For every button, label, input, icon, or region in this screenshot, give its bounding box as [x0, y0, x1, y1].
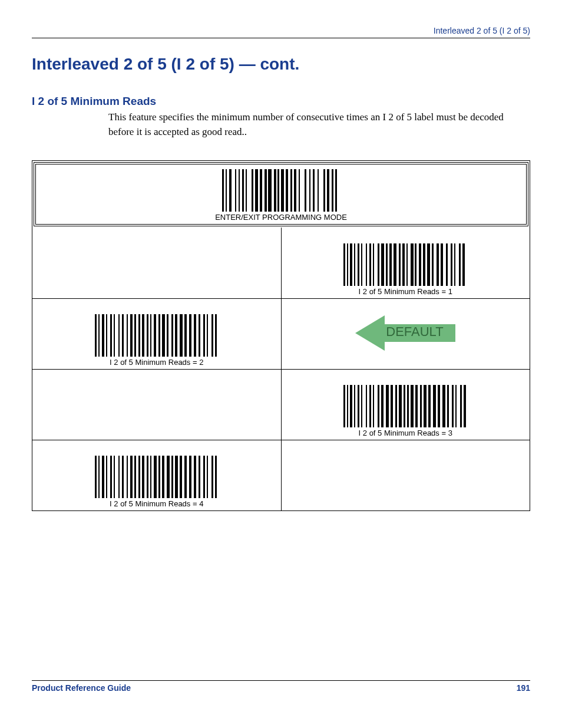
svg-rect-113 — [447, 385, 449, 427]
svg-rect-59 — [102, 314, 104, 357]
svg-rect-107 — [420, 385, 422, 427]
svg-rect-61 — [110, 314, 112, 357]
svg-rect-104 — [407, 385, 409, 427]
svg-rect-77 — [175, 314, 177, 357]
svg-rect-142 — [194, 456, 196, 498]
svg-rect-68 — [138, 314, 140, 357]
svg-rect-25 — [332, 169, 333, 212]
svg-rect-65 — [127, 314, 128, 357]
option-cell: I 2 of 5 Minimum Reads = 4 — [32, 440, 281, 510]
svg-rect-52 — [446, 243, 448, 286]
svg-rect-41 — [399, 243, 401, 286]
svg-rect-106 — [415, 385, 418, 427]
svg-rect-62 — [114, 314, 115, 357]
svg-rect-147 — [215, 456, 217, 498]
svg-rect-85 — [211, 314, 213, 357]
svg-rect-28 — [347, 243, 348, 286]
svg-rect-141 — [189, 456, 191, 498]
svg-rect-84 — [207, 314, 208, 357]
svg-rect-7 — [252, 169, 253, 212]
svg-rect-133 — [154, 456, 157, 498]
svg-rect-56 — [462, 243, 465, 286]
option-label: I 2 of 5 Minimum Reads = 1 — [282, 287, 530, 296]
cell-empty — [32, 228, 281, 298]
svg-rect-30 — [354, 243, 355, 286]
svg-rect-26 — [335, 169, 337, 212]
svg-rect-99 — [386, 385, 389, 427]
svg-rect-79 — [184, 314, 187, 357]
svg-rect-101 — [395, 385, 397, 427]
svg-rect-23 — [323, 169, 325, 212]
svg-rect-73 — [158, 314, 160, 357]
option-label: I 2 of 5 Minimum Reads = 2 — [32, 358, 281, 367]
svg-rect-88 — [343, 385, 345, 427]
svg-rect-96 — [373, 385, 374, 427]
svg-rect-43 — [406, 243, 408, 286]
svg-rect-123 — [114, 456, 115, 498]
svg-rect-40 — [394, 243, 396, 286]
svg-rect-135 — [162, 456, 164, 498]
enter-exit-label: ENTER/EXIT PROGRAMMING MODE — [36, 213, 526, 222]
svg-rect-131 — [147, 456, 148, 498]
svg-rect-134 — [158, 456, 160, 498]
svg-rect-136 — [167, 456, 170, 498]
svg-rect-116 — [460, 385, 462, 427]
svg-rect-89 — [347, 385, 348, 427]
svg-rect-97 — [378, 385, 379, 427]
svg-rect-64 — [122, 314, 124, 357]
svg-rect-6 — [246, 169, 247, 212]
options-frame: ENTER/EXIT PROGRAMMING MODE — [32, 160, 530, 511]
svg-rect-67 — [134, 314, 136, 357]
barcode-icon — [343, 385, 467, 427]
page-footer: Product Reference Guide 191 — [32, 680, 530, 693]
svg-rect-70 — [147, 314, 148, 357]
svg-rect-78 — [180, 314, 183, 357]
svg-rect-54 — [454, 243, 455, 286]
option-label: I 2 of 5 Minimum Reads = 3 — [282, 429, 530, 437]
svg-rect-93 — [361, 385, 362, 427]
svg-rect-74 — [162, 314, 165, 357]
svg-rect-16 — [290, 169, 292, 212]
svg-rect-91 — [354, 385, 355, 427]
svg-rect-118 — [95, 456, 97, 498]
svg-rect-3 — [235, 169, 236, 212]
svg-rect-119 — [98, 456, 100, 498]
barcode-icon — [95, 456, 219, 498]
svg-rect-0 — [222, 169, 224, 212]
svg-rect-129 — [138, 456, 140, 498]
svg-rect-108 — [424, 385, 427, 427]
svg-rect-109 — [428, 385, 431, 427]
default-arrow-icon: DEFAULT — [355, 312, 455, 354]
svg-rect-53 — [451, 243, 452, 286]
svg-rect-132 — [150, 456, 151, 498]
svg-rect-10 — [265, 169, 267, 212]
svg-rect-121 — [106, 456, 107, 498]
svg-rect-33 — [366, 243, 367, 286]
svg-rect-145 — [207, 456, 208, 498]
svg-rect-72 — [154, 314, 156, 357]
page-title: Interleaved 2 of 5 (I 2 of 5) — cont. — [32, 55, 530, 74]
default-cell: DEFAULT — [281, 298, 530, 369]
svg-rect-36 — [378, 243, 379, 286]
svg-rect-66 — [130, 314, 133, 357]
svg-rect-143 — [199, 456, 200, 498]
svg-rect-94 — [366, 385, 367, 427]
svg-rect-39 — [389, 243, 392, 286]
svg-rect-144 — [203, 456, 205, 498]
svg-rect-137 — [171, 456, 173, 498]
svg-rect-4 — [239, 169, 240, 212]
svg-rect-125 — [122, 456, 124, 498]
enter-exit-cell: ENTER/EXIT PROGRAMMING MODE — [34, 162, 528, 226]
barcode-icon — [222, 169, 340, 212]
svg-rect-117 — [464, 385, 466, 427]
svg-rect-120 — [102, 456, 104, 498]
svg-rect-24 — [327, 169, 329, 212]
svg-rect-29 — [350, 243, 352, 286]
svg-rect-69 — [142, 314, 144, 357]
svg-rect-111 — [438, 385, 440, 427]
svg-rect-37 — [381, 243, 384, 286]
svg-rect-22 — [318, 169, 319, 212]
section-heading: I 2 of 5 Minimum Reads — [32, 95, 530, 108]
svg-rect-51 — [441, 243, 443, 286]
option-cell: I 2 of 5 Minimum Reads = 3 — [281, 369, 530, 440]
